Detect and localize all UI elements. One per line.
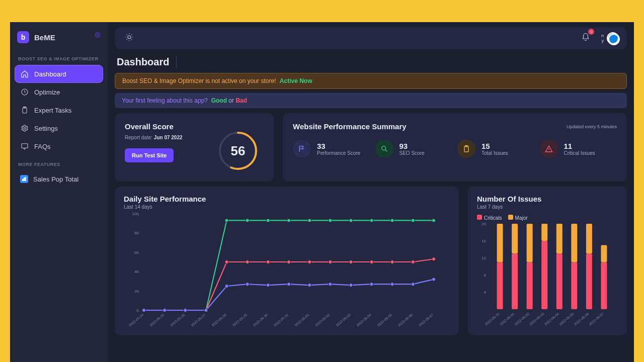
- sidebar-section-label: BOOST SEO & IMAGE OPTIMIZER: [15, 50, 103, 65]
- svg-point-3: [24, 127, 26, 129]
- svg-text:12: 12: [481, 256, 486, 260]
- svg-text:2022-06-01: 2022-06-01: [294, 313, 310, 327]
- brand-name: BeME: [34, 33, 55, 42]
- svg-rect-82: [497, 224, 503, 262]
- svg-rect-103: [601, 245, 607, 262]
- sidebar-item-settings[interactable]: Settings: [15, 120, 103, 137]
- flag-icon: [293, 140, 311, 158]
- chat-icon: [20, 142, 29, 151]
- sidebar-item-dashboard[interactable]: Dashboard: [15, 65, 103, 82]
- page-body: Dashboard Boost SEO & Image Optimizer is…: [108, 50, 634, 362]
- banner-active-now-link[interactable]: Active Now: [280, 77, 312, 84]
- feedback-bad-link[interactable]: Bad: [235, 97, 247, 104]
- stat-label: Critical Issues: [564, 150, 595, 156]
- svg-text:2022-06-02: 2022-06-02: [514, 312, 530, 326]
- overall-score-card: Overall Score Report date: Jun 07 2022 R…: [115, 113, 274, 182]
- feedback-good-link[interactable]: Good: [211, 97, 227, 104]
- home-icon: [20, 69, 29, 78]
- optimize-icon: [20, 87, 29, 97]
- app-root: b BeME ◎ BOOST SEO & IMAGE OPTIMIZER Das…: [10, 22, 634, 362]
- stat-critical-issues: 11Critical Issues: [540, 140, 617, 158]
- svg-text:2022-05-24: 2022-05-24: [128, 313, 144, 327]
- svg-text:2022-05-28: 2022-05-28: [211, 313, 227, 327]
- svg-point-55: [329, 260, 332, 264]
- card-subtitle: Last 14 days: [124, 204, 450, 210]
- svg-point-51: [246, 260, 249, 264]
- avatar: [607, 32, 619, 44]
- target-icon[interactable]: ◎: [95, 30, 101, 38]
- topbar: 0 n y: [115, 27, 627, 49]
- svg-text:2022-05-30: 2022-05-30: [253, 313, 269, 327]
- svg-point-41: [349, 219, 353, 222]
- svg-text:0.: 0.: [136, 308, 140, 313]
- svg-text:2022-06-01: 2022-06-01: [499, 312, 515, 326]
- brand[interactable]: b BeME ◎: [10, 27, 108, 50]
- svg-text:2022-06-07: 2022-06-07: [418, 313, 434, 327]
- svg-rect-84: [512, 254, 518, 310]
- svg-point-61: [142, 309, 146, 312]
- svg-text:2022-05-27: 2022-05-27: [190, 313, 206, 327]
- svg-text:2022-06-06: 2022-06-06: [397, 313, 414, 327]
- svg-rect-90: [541, 241, 547, 309]
- stat-label: Performance Score: [317, 150, 360, 156]
- svg-point-72: [370, 283, 373, 286]
- svg-text:2022-06-07: 2022-06-07: [588, 312, 604, 326]
- svg-rect-93: [556, 254, 562, 310]
- clipboard-icon: [457, 140, 475, 158]
- svg-point-44: [411, 219, 415, 222]
- svg-point-75: [432, 278, 436, 281]
- svg-text:2022-06-04: 2022-06-04: [543, 312, 559, 326]
- notification-badge: 0: [588, 29, 594, 35]
- svg-text:2022-05-29: 2022-05-29: [231, 313, 248, 327]
- updated-label: Updated every 5 minutes: [567, 124, 617, 129]
- user-menu[interactable]: n y: [601, 32, 619, 44]
- svg-point-7: [381, 146, 385, 150]
- sidebar-item-label: Expert Tasks: [34, 107, 71, 114]
- sidebar-item-label: Dashboard: [34, 70, 66, 78]
- svg-point-67: [266, 284, 270, 287]
- banner-feedback: Your first feeling about this app? Good …: [115, 93, 627, 108]
- overall-score-value: 56: [217, 130, 259, 171]
- sidebar-item-sales-pop[interactable]: Sales Pop Total: [15, 171, 103, 187]
- svg-point-35: [225, 219, 228, 222]
- brand-logo-icon: b: [17, 31, 29, 43]
- sidebar-item-optimize[interactable]: Optimize: [15, 83, 103, 101]
- bar-chart: 481216202022-05-312022-06-012022-06-0220…: [477, 221, 618, 326]
- run-test-site-button[interactable]: Run Test Site: [125, 148, 174, 162]
- page-title: Dashboard: [117, 56, 177, 68]
- sidebar-item-faqs[interactable]: FAQs: [15, 138, 103, 155]
- feedback-or: or: [228, 97, 234, 104]
- svg-text:2022-05-26: 2022-05-26: [170, 313, 186, 327]
- svg-point-70: [329, 283, 332, 286]
- svg-rect-96: [571, 262, 577, 310]
- svg-text:2022-06-06: 2022-06-06: [574, 312, 590, 326]
- svg-text:2022-06-05: 2022-06-05: [558, 312, 575, 326]
- svg-rect-91: [541, 224, 547, 241]
- stat-value: 93: [399, 142, 425, 150]
- svg-point-65: [225, 285, 228, 288]
- svg-rect-102: [601, 262, 607, 310]
- clipboard-icon: [20, 106, 29, 115]
- sidebar-item-label: FAQs: [34, 143, 51, 150]
- sidebar-item-expert-tasks[interactable]: Expert Tasks: [15, 102, 103, 119]
- svg-text:4: 4: [484, 290, 487, 295]
- theme-toggle-icon[interactable]: [123, 31, 136, 46]
- svg-rect-97: [571, 224, 577, 262]
- svg-text:20: 20: [481, 222, 486, 226]
- stat-label: Total Issues: [481, 150, 508, 156]
- notifications-icon[interactable]: 0: [579, 31, 592, 46]
- svg-rect-81: [497, 262, 503, 310]
- banner-text: Boost SEO & Image Optimizer is not activ…: [122, 77, 276, 84]
- svg-text:8: 8: [484, 273, 487, 278]
- svg-point-57: [370, 260, 373, 264]
- svg-point-71: [349, 284, 353, 287]
- card-subtitle: Last 7 days: [477, 204, 618, 210]
- banner-inactive: Boost SEO & Image Optimizer is not activ…: [115, 73, 627, 89]
- svg-point-73: [390, 283, 394, 286]
- sidebar-item-label: Settings: [34, 125, 58, 132]
- svg-point-4: [128, 36, 131, 39]
- banner-text: Your first feeling about this app?: [122, 97, 208, 104]
- svg-point-37: [266, 219, 270, 222]
- svg-text:2022-06-04: 2022-06-04: [356, 313, 372, 327]
- svg-point-66: [246, 283, 249, 286]
